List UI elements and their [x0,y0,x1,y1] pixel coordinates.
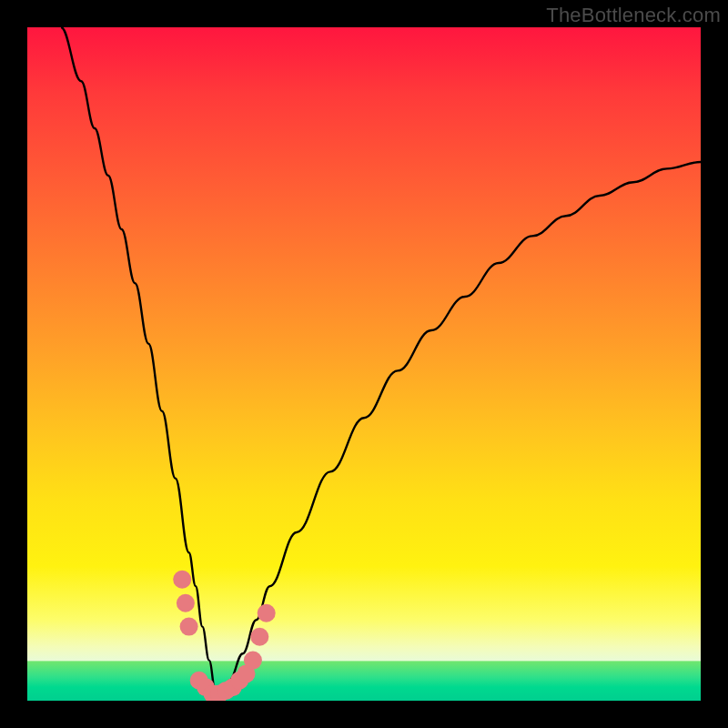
bottleneck-curve [61,27,701,694]
highlighted-points [173,571,276,701]
marker-dot [244,652,262,670]
curve-path [61,27,701,694]
chart-frame: TheBottleneck.com [0,0,728,728]
watermark-text: TheBottleneck.com [546,4,721,27]
marker-dot [250,628,268,646]
marker-dot [173,571,191,589]
plot-area [27,27,701,701]
marker-dot [258,604,276,622]
curve-layer [27,27,701,701]
marker-dot [180,618,198,636]
marker-dot [177,594,195,612]
